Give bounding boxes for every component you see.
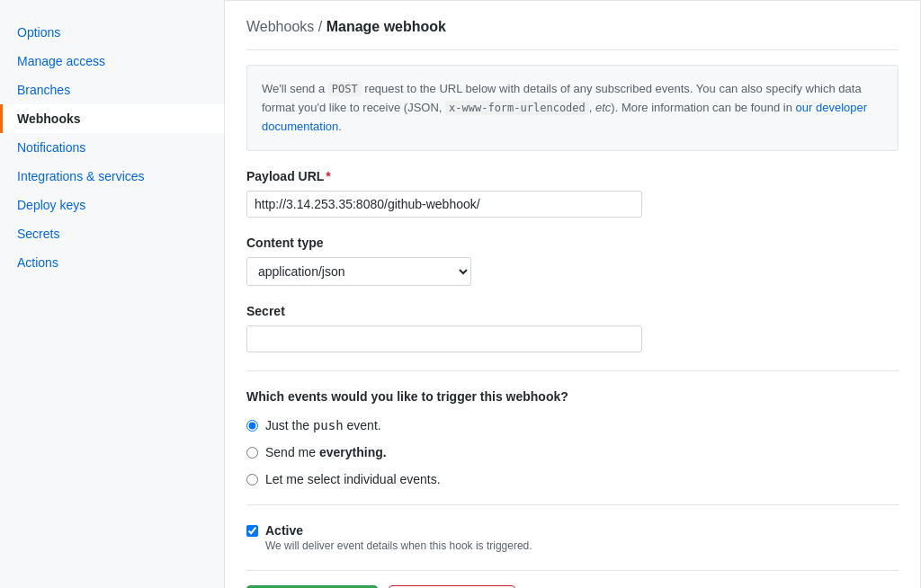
sidebar-item-actions[interactable]: Actions xyxy=(0,248,224,277)
secret-section: Secret xyxy=(246,304,899,352)
sidebar-item-branches[interactable]: Branches xyxy=(0,76,224,104)
breadcrumb-parent: Webhooks xyxy=(246,19,314,34)
required-indicator: * xyxy=(326,169,330,183)
urlencoded-code: x-www-form-urlencoded xyxy=(445,101,589,115)
post-code: POST xyxy=(328,82,362,96)
radio-everything-input[interactable] xyxy=(246,447,258,459)
breadcrumb-current: Manage webhook xyxy=(326,19,446,34)
active-label: Active xyxy=(265,523,532,538)
breadcrumb: Webhooks / Manage webhook xyxy=(246,19,899,50)
radio-push-label: Just the push event. xyxy=(265,418,381,432)
content-type-label: Content type xyxy=(246,236,899,250)
payload-url-label: Payload URL* xyxy=(246,169,899,183)
active-label-group: Active We will deliver event details whe… xyxy=(265,523,532,552)
radio-push: Just the push event. xyxy=(246,418,899,432)
sidebar-item-integrations[interactable]: Integrations & services xyxy=(0,162,224,191)
sidebar-item-notifications[interactable]: Notifications xyxy=(0,133,224,162)
sidebar-item-options[interactable]: Options xyxy=(0,18,224,47)
active-description: We will deliver event details when this … xyxy=(265,539,532,552)
sidebar-item-webhooks[interactable]: Webhooks xyxy=(0,104,224,133)
payload-url-input[interactable] xyxy=(246,191,642,218)
radio-push-input[interactable] xyxy=(246,420,258,432)
radio-select-input[interactable] xyxy=(246,474,258,486)
main-content: Webhooks / Manage webhook We'll send a P… xyxy=(225,0,921,588)
breadcrumb-separator: / xyxy=(318,19,326,34)
divider-2 xyxy=(246,504,899,505)
content-type-section: Content type application/json applicatio… xyxy=(246,236,899,286)
active-checkbox[interactable] xyxy=(246,525,258,537)
events-title: Which events would you like to trigger t… xyxy=(246,389,899,404)
info-box: We'll send a POST request to the URL bel… xyxy=(246,65,899,151)
sidebar-item-deploy-keys[interactable]: Deploy keys xyxy=(0,191,224,219)
active-section: Active We will deliver event details whe… xyxy=(246,523,899,552)
payload-url-section: Payload URL* xyxy=(246,169,899,218)
radio-select: Let me select individual events. xyxy=(246,472,899,486)
content-type-select[interactable]: application/json application/x-www-form-… xyxy=(246,257,471,286)
push-code: push xyxy=(313,418,344,432)
radio-select-label: Let me select individual events. xyxy=(265,472,441,486)
radio-everything: Send me everything. xyxy=(246,445,899,459)
sidebar: Options Manage access Branches Webhooks … xyxy=(0,0,225,588)
sidebar-item-secrets[interactable]: Secrets xyxy=(0,219,224,248)
events-section: Which events would you like to trigger t… xyxy=(246,389,899,486)
active-checkbox-row: Active We will deliver event details whe… xyxy=(246,523,899,552)
radio-everything-label: Send me everything. xyxy=(265,445,387,459)
divider xyxy=(246,370,899,371)
secret-input[interactable] xyxy=(246,325,642,352)
sidebar-item-manage-access[interactable]: Manage access xyxy=(0,47,224,76)
secret-label: Secret xyxy=(246,304,899,318)
button-row: Update webhook Delete webhook xyxy=(246,570,899,588)
